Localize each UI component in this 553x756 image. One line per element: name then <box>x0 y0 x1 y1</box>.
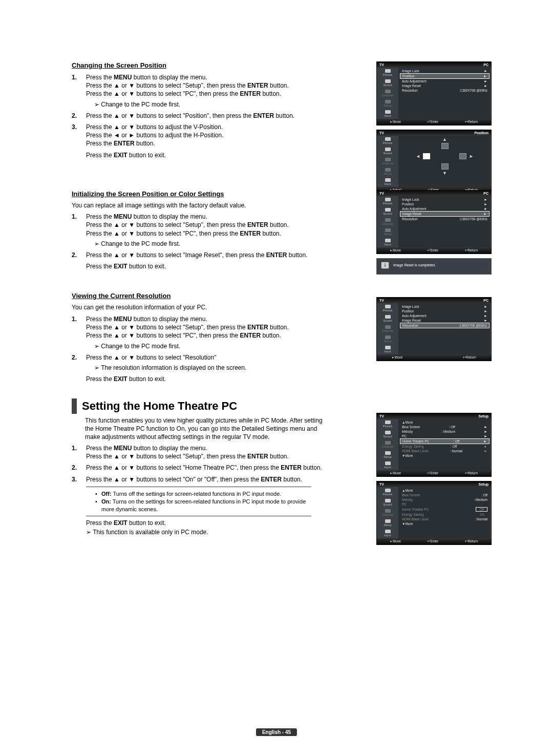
osd-column: TVSetup Picture Sound Channel Setup Inpu… <box>376 413 492 549</box>
setup-icon <box>385 228 391 232</box>
step-number: 1. <box>72 213 81 248</box>
section-changing-position: Changing the Screen Position 1. Press th… <box>72 61 492 159</box>
note-text: Change to the PC mode first. <box>94 240 317 248</box>
osd-setup-htpc: TVSetup Picture Sound Channel Setup Inpu… <box>376 413 492 477</box>
picture-icon <box>385 421 391 424</box>
step-text: Press the MENU button to display the men… <box>86 444 328 460</box>
section-intro: This function enables you to view higher… <box>85 417 328 441</box>
picture-icon <box>385 305 391 308</box>
sound-icon <box>385 208 391 212</box>
osd-pc-image-reset: TVPC Picture Sound Channel Setup Input I… <box>376 190 492 254</box>
info-icon: i <box>381 262 389 269</box>
section-home-theatre-pc: Setting the Home Theatre PC This functio… <box>72 398 492 536</box>
step-text: Press the MENU button to display the men… <box>86 213 317 248</box>
picture-icon <box>385 69 391 73</box>
channel-icon <box>385 509 391 513</box>
section-title: Setting the Home Theatre PC <box>82 398 237 414</box>
step-text: Press the MENU button to display the men… <box>86 73 317 109</box>
section-intro: You can get the resolution information o… <box>72 304 317 312</box>
note-text: The resolution information is displayed … <box>94 364 317 372</box>
osd-column: TVPC Picture Sound Channel Setup Input I… <box>376 297 492 365</box>
position-graphic: ▲ ◄ ► ▼ <box>398 136 491 177</box>
picture-icon <box>385 137 391 141</box>
sound-icon <box>385 499 391 502</box>
setup-icon <box>385 451 391 455</box>
step-number: 2. <box>72 464 81 472</box>
channel-icon <box>385 90 391 93</box>
setup-icon <box>385 519 391 523</box>
osd-column: TVPC Picture Sound Channel Setup Input I… <box>376 190 492 275</box>
step-number: 2. <box>72 353 81 384</box>
osd-column: TVPC Picture Sound Channel Setup Input I… <box>376 61 492 198</box>
step-text: Press the ▲ or ▼ buttons to select "Home… <box>86 464 328 472</box>
sound-icon <box>385 148 391 151</box>
step-text: Press the ▲ or ▼ buttons to select "Posi… <box>86 112 317 120</box>
picture-icon <box>385 489 391 492</box>
page-footer: English - 45 <box>256 728 297 736</box>
osd-setup-htpc-select: TVSetup Picture Sound Channel Setup Inpu… <box>376 481 492 545</box>
step-text: Press the ▲ or ▼ buttons to select "On" … <box>86 475 328 484</box>
input-icon <box>385 346 391 349</box>
osd-reset-message: i Image Reset is completed. <box>376 258 492 275</box>
sound-icon <box>385 315 391 319</box>
setup-icon <box>385 335 391 339</box>
input-icon <box>385 110 391 114</box>
channel-icon <box>385 325 391 329</box>
channel-icon <box>385 441 391 445</box>
bullet-box: •Off: Turns off the settings for screen-… <box>86 487 311 517</box>
picture-icon <box>385 198 391 201</box>
step-number: 1. <box>72 315 81 350</box>
section-heading: Viewing the Current Resolution <box>72 292 317 300</box>
input-icon <box>385 530 391 533</box>
section-heading: Initializing the Screen Position or Colo… <box>72 190 317 198</box>
osd-pc-resolution: TVPC Picture Sound Channel Setup Input I… <box>376 297 492 361</box>
sound-icon <box>385 431 391 434</box>
section-intro: You can replace all image settings with … <box>72 202 317 210</box>
step-number: 1. <box>72 444 81 460</box>
note-text: This function is available only in PC mo… <box>86 529 328 536</box>
title-stripe <box>72 398 77 414</box>
step-text: Press the ▲ or ▼ buttons to adjust the V… <box>86 123 317 159</box>
step-text: Press the ▲ or ▼ buttons to select "Reso… <box>86 353 317 384</box>
page-number: English - 45 <box>256 728 297 736</box>
note-text: Change to the PC mode first. <box>94 100 317 109</box>
section-viewing-resolution: Viewing the Current Resolution You can g… <box>72 292 492 383</box>
step-number: 3. <box>72 123 81 159</box>
step-number: 2. <box>72 112 81 120</box>
input-icon <box>385 239 391 242</box>
setup-icon <box>385 168 391 172</box>
step-number: 2. <box>72 251 81 270</box>
step-text: Press the MENU button to display the men… <box>86 315 317 350</box>
input-icon <box>385 178 391 182</box>
channel-icon <box>385 158 391 161</box>
step-text: Press the ▲ or ▼ buttons to select "Imag… <box>86 251 317 270</box>
osd-pc-position: TVPC Picture Sound Channel Setup Input I… <box>376 61 492 125</box>
channel-icon <box>385 218 391 222</box>
input-icon <box>385 461 391 465</box>
step-number: 1. <box>72 73 81 109</box>
setup-icon <box>385 100 391 103</box>
step-number: 3. <box>72 475 81 484</box>
section-heading: Changing the Screen Position <box>72 61 317 69</box>
note-text: Change to the PC mode first. <box>94 342 317 350</box>
osd-position-adjust: TVPosition Picture Sound Channel Setup I… <box>376 130 492 194</box>
section-initializing: Initializing the Screen Position or Colo… <box>72 190 492 271</box>
sound-icon <box>385 79 391 83</box>
